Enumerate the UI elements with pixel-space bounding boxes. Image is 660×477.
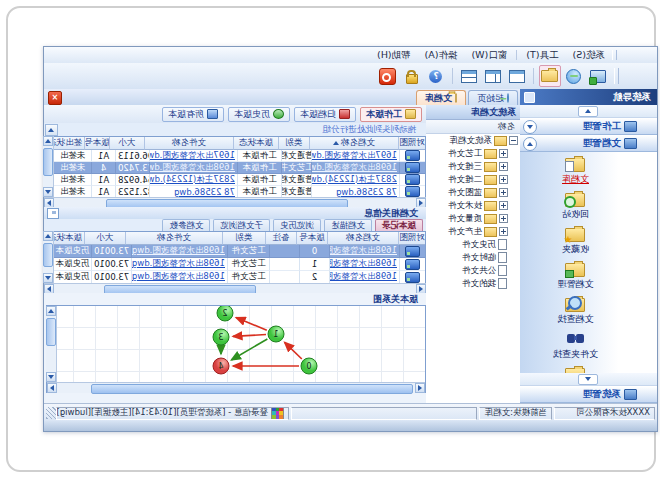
palette-icon[interactable] bbox=[271, 407, 284, 420]
scroll-left-button[interactable] bbox=[415, 383, 425, 393]
compare-image-icon[interactable] bbox=[405, 272, 420, 283]
menu-item-4[interactable]: 操作(A) bbox=[418, 49, 465, 62]
tree-row[interactable]: 临时文件 bbox=[426, 251, 520, 264]
globe-button[interactable] bbox=[563, 65, 585, 87]
version-button-工作版本[interactable]: 工作版本 bbox=[360, 107, 422, 122]
compare-image-icon[interactable] bbox=[405, 246, 420, 257]
scroll-down-button[interactable] bbox=[43, 273, 53, 283]
compare-image-icon[interactable] bbox=[405, 186, 420, 197]
document-link[interactable]: 78 23586.dwg bbox=[174, 187, 235, 197]
tree-row[interactable]: 生产文件 bbox=[426, 225, 520, 238]
tree-column-header[interactable]: 名称 bbox=[426, 120, 520, 134]
graph-vscrollbar[interactable] bbox=[46, 306, 57, 382]
document-link[interactable]: 1698出水管整改图.dwg bbox=[329, 271, 397, 283]
compare-image-icon[interactable] bbox=[405, 259, 420, 270]
detail-tab-文档参数[interactable]: 文档参数 bbox=[163, 219, 211, 231]
document-link[interactable]: 1698出水管整改图.dwg bbox=[149, 162, 235, 174]
tree-row-root[interactable]: 系统文档库 bbox=[426, 134, 520, 147]
detail-tab-文档描述[interactable]: 文档描述 bbox=[324, 219, 372, 231]
help-button[interactable]: ? bbox=[425, 65, 447, 87]
tab-起始页[interactable]: 起始页 bbox=[468, 90, 518, 105]
menu-item-2[interactable]: 工具(T) bbox=[519, 49, 565, 62]
chevron-down-icon[interactable] bbox=[523, 120, 537, 134]
compare-image-icon[interactable] bbox=[405, 150, 420, 161]
sidebar-item-收藏夹[interactable]: ★收藏夹 bbox=[562, 226, 589, 256]
table-row[interactable]: 1698出水管整改图.dwg工艺文书工作版本1698出水管整改图.dwg73.7… bbox=[53, 162, 425, 174]
tree-row[interactable]: 工艺文件 bbox=[426, 147, 520, 160]
window-tile-button[interactable] bbox=[458, 65, 480, 87]
column-header-大小[interactable]: 大小 bbox=[109, 137, 144, 150]
document-link[interactable]: 1698出水管整改图.dwg bbox=[132, 258, 225, 270]
lock-button[interactable] bbox=[401, 65, 423, 87]
document-link[interactable]: 78 23586.dwg bbox=[336, 187, 397, 197]
collapse-panel-button[interactable] bbox=[47, 208, 59, 219]
document-link[interactable]: 2837主体(12234).dwg bbox=[149, 174, 235, 186]
sidebar-item-文件夹查找[interactable]: 文件夹查找 bbox=[553, 331, 598, 361]
menu-item-1[interactable]: 系统(S) bbox=[566, 49, 612, 62]
document-link[interactable]: 1697出水管整改图.dwg bbox=[149, 150, 235, 162]
chevron-up-icon[interactable] bbox=[523, 137, 537, 151]
tree-row[interactable]: 二维文件 bbox=[426, 173, 520, 186]
nav-section-工作管理[interactable]: 工作管理 bbox=[520, 118, 657, 135]
tree-row[interactable]: 蓝图文件 bbox=[426, 186, 520, 199]
close-tab-button[interactable]: × bbox=[48, 91, 62, 105]
scroll-thumb[interactable] bbox=[43, 148, 53, 176]
documents-grid-vscrollbar[interactable] bbox=[43, 136, 54, 197]
tree-expander-plus[interactable] bbox=[499, 201, 508, 210]
group-by-band[interactable]: 拖动列头到此处进行分组 bbox=[44, 123, 426, 137]
graph-hscrollbar[interactable] bbox=[47, 382, 425, 393]
detail-tab-子文档浏览[interactable]: 子文档浏览 bbox=[214, 219, 271, 231]
document-link[interactable]: 1697出水管整改图.dwg bbox=[311, 150, 397, 162]
menu-item-3[interactable]: 窗口(W) bbox=[465, 49, 515, 62]
column-header-备注[interactable]: 备注 bbox=[265, 232, 296, 245]
tree-row[interactable]: 历史文件 bbox=[426, 238, 520, 251]
menubar-grip[interactable] bbox=[612, 50, 617, 60]
nav-scroll-up[interactable] bbox=[520, 105, 657, 118]
sidebar-item-文档查找[interactable]: 文档查找 bbox=[558, 296, 594, 326]
computer-button[interactable] bbox=[587, 65, 609, 87]
version-button-所有版本[interactable]: 所有版本 bbox=[162, 107, 224, 122]
version-button-归档版本[interactable]: 归档版本 bbox=[294, 107, 356, 122]
column-header-对照图[interactable]: 对照图 bbox=[398, 137, 425, 150]
nav-section-system[interactable]: 系统管理 bbox=[520, 386, 657, 403]
compare-image-icon[interactable] bbox=[405, 162, 420, 173]
column-header-版本号[interactable]: 版本号 bbox=[84, 137, 109, 150]
table-row[interactable]: 2837主体(12234).dwg普通文档工作版本2837主体(12234).d… bbox=[53, 174, 425, 186]
column-header-大小[interactable]: 大小 bbox=[84, 232, 125, 245]
document-link[interactable]: 1698出水管整改图.dwg bbox=[132, 245, 225, 257]
column-header-版本号[interactable]: 版本号 bbox=[296, 232, 327, 245]
column-header-版本状态[interactable]: 版本状态 bbox=[233, 137, 278, 150]
tree-expander-plus[interactable] bbox=[499, 149, 508, 158]
sidebar-item-回收站[interactable]: 回收站 bbox=[562, 191, 589, 221]
scroll-down-button[interactable] bbox=[46, 372, 56, 382]
tree-expander-plus[interactable] bbox=[499, 162, 508, 171]
document-link[interactable]: 2837主体(12234).dwg bbox=[311, 174, 397, 186]
tree-row[interactable]: 公共文件 bbox=[426, 264, 520, 277]
tree-expander-plus[interactable] bbox=[499, 188, 508, 197]
documents-folder-button[interactable] bbox=[539, 65, 561, 87]
table-row[interactable]: 1697出水管整改图.dwg普通文档工作版本1697出水管整改图.dwg96.6… bbox=[53, 150, 425, 162]
pushpin-icon[interactable] bbox=[524, 92, 535, 103]
tree-expander-plus[interactable] bbox=[499, 175, 508, 184]
version-graph-plot[interactable]: 01234 bbox=[57, 306, 425, 382]
window-split-button[interactable] bbox=[482, 65, 504, 87]
tree-expander-plus[interactable] bbox=[499, 227, 508, 236]
document-link[interactable]: 1698出水管整改图.dwg bbox=[132, 271, 225, 283]
column-header-类别[interactable]: 类别 bbox=[222, 232, 265, 245]
tree-row[interactable]: 技术文件 bbox=[426, 199, 520, 212]
window-cascade-button[interactable] bbox=[506, 65, 528, 87]
scroll-thumb[interactable] bbox=[91, 384, 413, 394]
tree-row[interactable]: 三维文件 bbox=[426, 160, 520, 173]
detail-tab-浏览历史[interactable]: 浏览历史 bbox=[273, 219, 321, 231]
column-header-签出状态[interactable]: 签出状态 bbox=[52, 137, 84, 150]
scroll-thumb[interactable] bbox=[46, 318, 56, 346]
detail-tab-版本记录[interactable]: 版本记录 bbox=[375, 219, 423, 231]
column-header-文档名称[interactable]: 文档名称 bbox=[309, 137, 398, 150]
menu-item-5[interactable]: 帮助(H) bbox=[370, 49, 418, 62]
scroll-down-button[interactable] bbox=[43, 187, 53, 197]
sidebar-item-文档库[interactable]: 文档库 bbox=[562, 156, 589, 186]
nav-scroll-down[interactable] bbox=[520, 373, 657, 386]
tree-row[interactable]: 我的文件 bbox=[426, 277, 520, 290]
scroll-up-button[interactable] bbox=[43, 231, 53, 241]
versions-grid-vscrollbar[interactable] bbox=[43, 231, 54, 283]
